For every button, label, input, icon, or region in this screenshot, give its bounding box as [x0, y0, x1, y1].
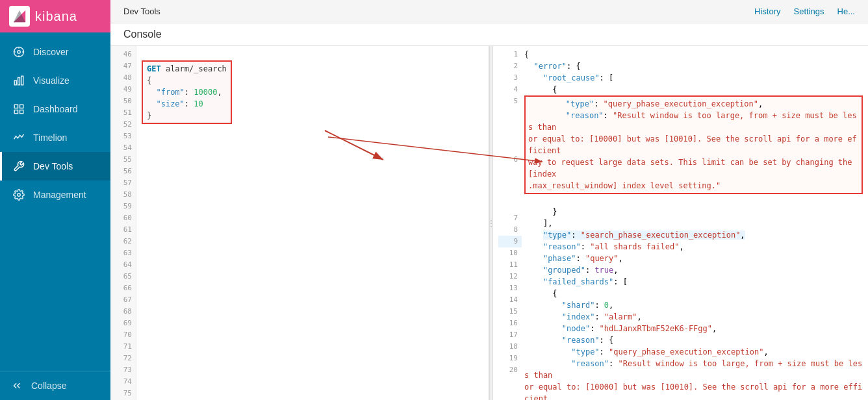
- sidebar-item-visualize[interactable]: Visualize: [0, 66, 110, 95]
- history-button[interactable]: History: [754, 6, 780, 16]
- main-content: Dev Tools History Settings He... Console…: [110, 0, 868, 400]
- sidebar-item-timelion[interactable]: Timelion: [0, 123, 110, 152]
- svg-rect-14: [20, 110, 23, 114]
- sidebar-item-devtools[interactable]: Dev Tools: [0, 152, 110, 181]
- editor-scroll[interactable]: 46 47 48 49 50 51 52 53 54 55 56 57 58 5…: [110, 46, 489, 400]
- kibana-logo-text: kibana: [35, 9, 77, 24]
- sidebar-logo[interactable]: kibana: [0, 0, 110, 32]
- svg-point-15: [18, 194, 21, 197]
- sidebar-item-dashboard[interactable]: Dashboard: [0, 95, 110, 123]
- devtools-icon: [12, 160, 25, 173]
- sidebar-item-management-label: Management: [33, 190, 86, 200]
- help-button[interactable]: He...: [837, 6, 855, 16]
- svg-rect-8: [14, 81, 16, 85]
- svg-rect-10: [21, 76, 23, 85]
- discover-icon: [12, 45, 25, 58]
- sidebar-item-discover[interactable]: Discover: [0, 38, 110, 66]
- console-header: Console: [110, 23, 868, 46]
- sidebar-item-dashboard-label: Dashboard: [33, 104, 78, 114]
- sidebar-item-discover-label: Discover: [33, 47, 68, 57]
- output-panel: 1 2 3 4 5 6 7 8 9 10 11 12 13 14: [493, 46, 868, 400]
- svg-rect-11: [14, 105, 18, 108]
- app-title: Dev Tools: [123, 6, 160, 16]
- visualize-icon: [12, 74, 25, 87]
- output-scroll[interactable]: 1 2 3 4 5 6 7 8 9 10 11 12 13 14: [493, 46, 868, 400]
- sidebar-collapse-button[interactable]: Collapse: [0, 371, 110, 400]
- svg-point-3: [18, 51, 21, 54]
- editor-panel: 46 47 48 49 50 51 52 53 54 55 56 57 58 5…: [110, 46, 489, 400]
- sidebar-collapse-label: Collapse: [31, 381, 66, 391]
- sidebar-item-management[interactable]: Management: [0, 181, 110, 209]
- timelion-icon: [12, 131, 25, 144]
- sidebar-item-visualize-label: Visualize: [33, 75, 70, 86]
- panels-wrapper: 46 47 48 49 50 51 52 53 54 55 56 57 58 5…: [110, 46, 868, 400]
- sidebar: kibana Discover Visualize: [0, 0, 110, 400]
- svg-rect-9: [18, 78, 20, 85]
- sidebar-item-devtools-label: Dev Tools: [33, 161, 73, 171]
- sidebar-item-timelion-label: Timelion: [33, 132, 67, 143]
- management-icon: [12, 188, 25, 201]
- settings-button[interactable]: Settings: [794, 6, 824, 16]
- kibana-logo-box: [9, 6, 30, 27]
- editor-line-numbers: 46 47 48 49 50 51 52 53 54 55 56 57 58 5…: [110, 46, 136, 400]
- console-title: Console: [123, 29, 162, 40]
- output-code: { "error": { "root_cause": [ { "type": "…: [524, 49, 863, 400]
- editor-code-area[interactable]: GET alarm/_search { "from": 10000, "size…: [136, 46, 489, 400]
- collapse-icon: [10, 379, 23, 392]
- sidebar-nav: Discover Visualize Dashboard: [0, 32, 110, 371]
- top-bar: Dev Tools History Settings He...: [110, 0, 868, 23]
- top-bar-actions: History Settings He...: [754, 6, 855, 16]
- svg-rect-13: [14, 110, 18, 114]
- svg-rect-12: [20, 105, 23, 108]
- dashboard-icon: [12, 103, 25, 116]
- output-line-numbers: 1 2 3 4 5 6 7 8 9 10 11 12 13 14: [498, 49, 524, 400]
